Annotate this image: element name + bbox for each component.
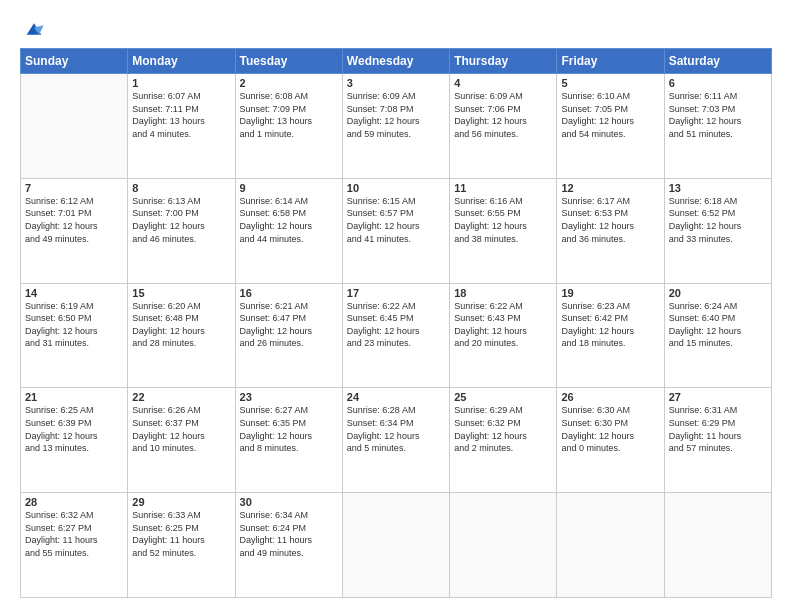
calendar-cell	[21, 74, 128, 179]
day-number: 28	[25, 496, 123, 508]
day-info: Sunrise: 6:13 AM Sunset: 7:00 PM Dayligh…	[132, 195, 230, 245]
day-header-wednesday: Wednesday	[342, 49, 449, 74]
calendar-cell	[342, 493, 449, 598]
calendar-cell	[450, 493, 557, 598]
calendar-cell: 18Sunrise: 6:22 AM Sunset: 6:43 PM Dayli…	[450, 283, 557, 388]
day-info: Sunrise: 6:20 AM Sunset: 6:48 PM Dayligh…	[132, 300, 230, 350]
day-info: Sunrise: 6:09 AM Sunset: 7:06 PM Dayligh…	[454, 90, 552, 140]
calendar-cell: 14Sunrise: 6:19 AM Sunset: 6:50 PM Dayli…	[21, 283, 128, 388]
calendar-cell: 21Sunrise: 6:25 AM Sunset: 6:39 PM Dayli…	[21, 388, 128, 493]
calendar-cell: 7Sunrise: 6:12 AM Sunset: 7:01 PM Daylig…	[21, 178, 128, 283]
day-number: 21	[25, 391, 123, 403]
day-info: Sunrise: 6:27 AM Sunset: 6:35 PM Dayligh…	[240, 404, 338, 454]
day-number: 1	[132, 77, 230, 89]
day-number: 18	[454, 287, 552, 299]
day-info: Sunrise: 6:28 AM Sunset: 6:34 PM Dayligh…	[347, 404, 445, 454]
day-number: 10	[347, 182, 445, 194]
calendar-cell: 28Sunrise: 6:32 AM Sunset: 6:27 PM Dayli…	[21, 493, 128, 598]
day-number: 17	[347, 287, 445, 299]
calendar-cell: 8Sunrise: 6:13 AM Sunset: 7:00 PM Daylig…	[128, 178, 235, 283]
day-info: Sunrise: 6:34 AM Sunset: 6:24 PM Dayligh…	[240, 509, 338, 559]
calendar-cell: 2Sunrise: 6:08 AM Sunset: 7:09 PM Daylig…	[235, 74, 342, 179]
day-number: 22	[132, 391, 230, 403]
day-number: 3	[347, 77, 445, 89]
calendar-cell: 24Sunrise: 6:28 AM Sunset: 6:34 PM Dayli…	[342, 388, 449, 493]
day-number: 16	[240, 287, 338, 299]
day-info: Sunrise: 6:26 AM Sunset: 6:37 PM Dayligh…	[132, 404, 230, 454]
day-info: Sunrise: 6:10 AM Sunset: 7:05 PM Dayligh…	[561, 90, 659, 140]
calendar-cell: 13Sunrise: 6:18 AM Sunset: 6:52 PM Dayli…	[664, 178, 771, 283]
logo-icon	[23, 18, 45, 40]
day-number: 5	[561, 77, 659, 89]
day-info: Sunrise: 6:19 AM Sunset: 6:50 PM Dayligh…	[25, 300, 123, 350]
day-info: Sunrise: 6:07 AM Sunset: 7:11 PM Dayligh…	[132, 90, 230, 140]
day-info: Sunrise: 6:15 AM Sunset: 6:57 PM Dayligh…	[347, 195, 445, 245]
day-header-thursday: Thursday	[450, 49, 557, 74]
calendar-cell: 26Sunrise: 6:30 AM Sunset: 6:30 PM Dayli…	[557, 388, 664, 493]
day-number: 25	[454, 391, 552, 403]
day-number: 13	[669, 182, 767, 194]
day-number: 12	[561, 182, 659, 194]
day-number: 9	[240, 182, 338, 194]
calendar-cell: 22Sunrise: 6:26 AM Sunset: 6:37 PM Dayli…	[128, 388, 235, 493]
day-info: Sunrise: 6:33 AM Sunset: 6:25 PM Dayligh…	[132, 509, 230, 559]
calendar-cell: 1Sunrise: 6:07 AM Sunset: 7:11 PM Daylig…	[128, 74, 235, 179]
day-number: 20	[669, 287, 767, 299]
day-info: Sunrise: 6:31 AM Sunset: 6:29 PM Dayligh…	[669, 404, 767, 454]
day-info: Sunrise: 6:16 AM Sunset: 6:55 PM Dayligh…	[454, 195, 552, 245]
logo	[20, 18, 45, 40]
day-header-tuesday: Tuesday	[235, 49, 342, 74]
header	[20, 18, 772, 40]
day-header-monday: Monday	[128, 49, 235, 74]
calendar-cell: 25Sunrise: 6:29 AM Sunset: 6:32 PM Dayli…	[450, 388, 557, 493]
day-info: Sunrise: 6:17 AM Sunset: 6:53 PM Dayligh…	[561, 195, 659, 245]
calendar-cell: 30Sunrise: 6:34 AM Sunset: 6:24 PM Dayli…	[235, 493, 342, 598]
day-info: Sunrise: 6:21 AM Sunset: 6:47 PM Dayligh…	[240, 300, 338, 350]
day-number: 2	[240, 77, 338, 89]
day-number: 27	[669, 391, 767, 403]
calendar-cell: 12Sunrise: 6:17 AM Sunset: 6:53 PM Dayli…	[557, 178, 664, 283]
day-info: Sunrise: 6:08 AM Sunset: 7:09 PM Dayligh…	[240, 90, 338, 140]
day-info: Sunrise: 6:24 AM Sunset: 6:40 PM Dayligh…	[669, 300, 767, 350]
day-info: Sunrise: 6:22 AM Sunset: 6:43 PM Dayligh…	[454, 300, 552, 350]
day-number: 29	[132, 496, 230, 508]
calendar-cell: 10Sunrise: 6:15 AM Sunset: 6:57 PM Dayli…	[342, 178, 449, 283]
day-number: 4	[454, 77, 552, 89]
calendar-cell: 16Sunrise: 6:21 AM Sunset: 6:47 PM Dayli…	[235, 283, 342, 388]
calendar-week-row: 7Sunrise: 6:12 AM Sunset: 7:01 PM Daylig…	[21, 178, 772, 283]
day-info: Sunrise: 6:23 AM Sunset: 6:42 PM Dayligh…	[561, 300, 659, 350]
day-info: Sunrise: 6:32 AM Sunset: 6:27 PM Dayligh…	[25, 509, 123, 559]
day-info: Sunrise: 6:22 AM Sunset: 6:45 PM Dayligh…	[347, 300, 445, 350]
calendar-cell: 15Sunrise: 6:20 AM Sunset: 6:48 PM Dayli…	[128, 283, 235, 388]
calendar-week-row: 28Sunrise: 6:32 AM Sunset: 6:27 PM Dayli…	[21, 493, 772, 598]
calendar-week-row: 1Sunrise: 6:07 AM Sunset: 7:11 PM Daylig…	[21, 74, 772, 179]
page: SundayMondayTuesdayWednesdayThursdayFrid…	[0, 0, 792, 612]
day-info: Sunrise: 6:09 AM Sunset: 7:08 PM Dayligh…	[347, 90, 445, 140]
day-header-saturday: Saturday	[664, 49, 771, 74]
calendar-cell: 19Sunrise: 6:23 AM Sunset: 6:42 PM Dayli…	[557, 283, 664, 388]
day-number: 7	[25, 182, 123, 194]
day-info: Sunrise: 6:30 AM Sunset: 6:30 PM Dayligh…	[561, 404, 659, 454]
day-number: 11	[454, 182, 552, 194]
day-number: 19	[561, 287, 659, 299]
day-info: Sunrise: 6:25 AM Sunset: 6:39 PM Dayligh…	[25, 404, 123, 454]
day-header-friday: Friday	[557, 49, 664, 74]
calendar-cell: 5Sunrise: 6:10 AM Sunset: 7:05 PM Daylig…	[557, 74, 664, 179]
day-number: 14	[25, 287, 123, 299]
day-info: Sunrise: 6:29 AM Sunset: 6:32 PM Dayligh…	[454, 404, 552, 454]
calendar-cell: 27Sunrise: 6:31 AM Sunset: 6:29 PM Dayli…	[664, 388, 771, 493]
calendar-cell: 9Sunrise: 6:14 AM Sunset: 6:58 PM Daylig…	[235, 178, 342, 283]
day-number: 15	[132, 287, 230, 299]
calendar-cell: 20Sunrise: 6:24 AM Sunset: 6:40 PM Dayli…	[664, 283, 771, 388]
calendar-cell	[664, 493, 771, 598]
calendar-cell: 17Sunrise: 6:22 AM Sunset: 6:45 PM Dayli…	[342, 283, 449, 388]
day-number: 6	[669, 77, 767, 89]
calendar-cell: 3Sunrise: 6:09 AM Sunset: 7:08 PM Daylig…	[342, 74, 449, 179]
day-header-sunday: Sunday	[21, 49, 128, 74]
day-info: Sunrise: 6:11 AM Sunset: 7:03 PM Dayligh…	[669, 90, 767, 140]
calendar-cell: 6Sunrise: 6:11 AM Sunset: 7:03 PM Daylig…	[664, 74, 771, 179]
calendar-week-row: 21Sunrise: 6:25 AM Sunset: 6:39 PM Dayli…	[21, 388, 772, 493]
day-number: 23	[240, 391, 338, 403]
day-info: Sunrise: 6:12 AM Sunset: 7:01 PM Dayligh…	[25, 195, 123, 245]
day-number: 24	[347, 391, 445, 403]
